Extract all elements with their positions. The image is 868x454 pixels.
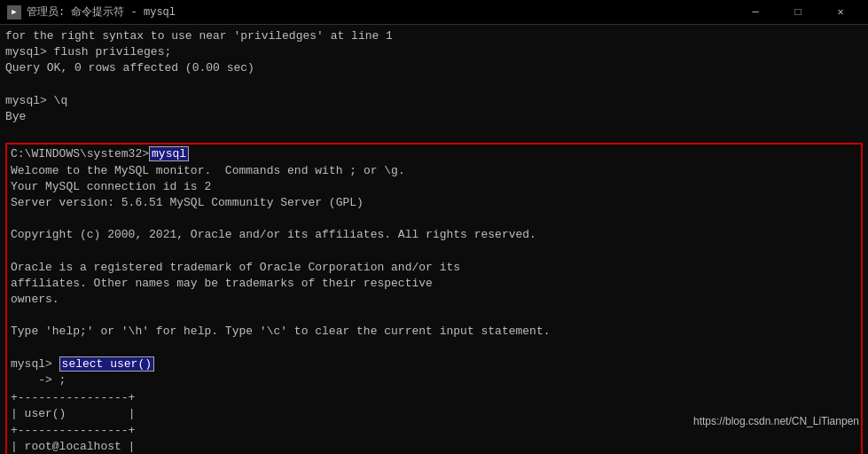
title-bar-left: ▶ 管理员: 命令提示符 - mysql	[7, 4, 176, 20]
terminal-line: mysql> select user()	[11, 356, 857, 372]
terminal-line: Server version: 5.6.51 MySQL Community S…	[11, 195, 857, 211]
cmd-icon: ▶	[7, 5, 21, 20]
user-column-header: user()	[25, 407, 66, 420]
terminal-line	[5, 77, 863, 93]
maximize-button[interactable]: □	[778, 0, 818, 25]
terminal-line: for the right syntax to use near 'privil…	[5, 28, 863, 44]
table-border: +----------------+	[11, 390, 857, 406]
terminal-line	[11, 308, 857, 324]
terminal-line	[5, 125, 863, 141]
close-button[interactable]: ✕	[820, 0, 861, 25]
terminal-line: mysql> \q	[5, 93, 863, 109]
title-bar: ▶ 管理员: 命令提示符 - mysql — □ ✕	[0, 0, 868, 25]
select-user-highlight: select user()	[59, 356, 154, 372]
terminal-line	[11, 340, 857, 356]
terminal-line: Query OK, 0 rows affected (0.00 sec)	[5, 60, 863, 76]
terminal-line: Copyright (c) 2000, 2021, Oracle and/or …	[11, 227, 857, 243]
terminal-line: affiliates. Other names may be trademark…	[11, 276, 857, 292]
terminal-line: Bye	[5, 109, 863, 125]
mysql-session-box: C:\WINDOWS\system32>mysql Welcome to the…	[5, 143, 863, 454]
table-row: | root@localhost |	[11, 439, 857, 454]
terminal-line: C:\WINDOWS\system32>mysql	[11, 146, 857, 162]
watermark: https://blog.csdn.net/CN_LiTianpen	[693, 415, 859, 427]
terminal-line	[11, 243, 857, 259]
terminal-line: Oracle is a registered trademark of Orac…	[11, 260, 857, 276]
window-controls: — □ ✕	[735, 0, 861, 25]
terminal-window[interactable]: for the right syntax to use near 'privil…	[0, 25, 868, 454]
terminal-line: Welcome to the MySQL monitor. Commands e…	[11, 163, 857, 179]
terminal-line: owners.	[11, 292, 857, 308]
terminal-line: Your MySQL connection id is 2	[11, 179, 857, 195]
terminal-line	[11, 211, 857, 227]
terminal-line: mysql> flush privileges;	[5, 44, 863, 60]
terminal-line: -> ;	[11, 372, 857, 388]
window-title: 管理员: 命令提示符 - mysql	[27, 4, 176, 20]
minimize-button[interactable]: —	[735, 0, 776, 25]
terminal-line: Type 'help;' or '\h' for help. Type '\c'…	[11, 324, 857, 340]
mysql-command-highlight: mysql	[149, 146, 189, 161]
